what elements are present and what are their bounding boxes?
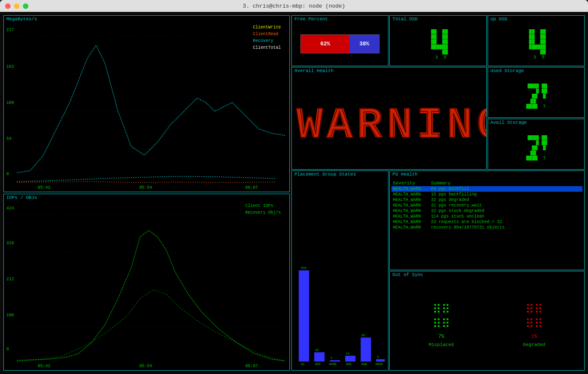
main-area: MegaBytes/s ClientWrite ClientRead Recov…	[0, 12, 588, 374]
health-warn-display: WARNING WARNING	[292, 75, 486, 169]
svg-rect-18	[330, 360, 340, 361]
misplaced-icon: ⠿⠿⠿⠿	[433, 302, 450, 331]
degraded-label: Degraded	[523, 342, 546, 347]
misplaced-item: ⠿⠿⠿⠿ 7% Misplaced	[429, 302, 454, 347]
warn-svg: WARNING WARNING	[292, 75, 486, 169]
pg-states-panel: Placement Group States 910 AC 28 ARD 1 A…	[291, 170, 388, 371]
avail-storage-display: ████ ██ █ ██ ██ █ ██ ████ T	[488, 127, 584, 169]
pg-row-sev-1: HEALTH_WARN	[393, 192, 431, 197]
pg-row-2[interactable]: HEALTH_WARN 32 pgs degraded	[391, 197, 582, 203]
iops-chart	[4, 202, 289, 371]
pg-row-7[interactable]: HEALTH_WARN recovery 864/10776731 object…	[391, 225, 582, 230]
pg-row-sum-6: 23 requests are blocked > 32	[431, 220, 581, 224]
maximize-button[interactable]	[23, 3, 28, 9]
degraded-pct: 1%	[531, 334, 537, 340]
svg-text:AC: AC	[301, 363, 305, 366]
up-osd-display: ██ ██ ██ ██ ██ ██ ██████ ██ 3 5	[488, 23, 584, 66]
close-button[interactable]	[5, 3, 11, 9]
pg-health-panel: PG Health Severity Summary HEALTH_WARN 6…	[389, 170, 585, 270]
total-osd-value: ██ ██ ██ ██ ██ ██ ██████ ██ 3 5	[428, 29, 448, 60]
svg-text:ARB: ARB	[346, 363, 352, 366]
pg-row-0[interactable]: HEALTH_WARN 68 pgs backfill	[391, 186, 582, 192]
pg-row-sum-5: 114 pgs stuck unclean	[431, 214, 581, 219]
overall-health-label: Overall Health	[294, 68, 333, 73]
pg-row-sum-2: 32 pgs degraded	[431, 198, 581, 202]
megabytes-chart	[4, 23, 289, 192]
window-controls	[5, 3, 28, 9]
pg-row-4[interactable]: HEALTH_WARN 32 pgs stuck degraded	[391, 208, 582, 214]
svg-text:28: 28	[315, 349, 319, 352]
pg-header-severity: Severity	[393, 181, 431, 186]
svg-text:ARD: ARD	[315, 363, 321, 366]
up-osd-label: Up OSD	[491, 17, 508, 22]
svg-rect-15	[314, 352, 325, 362]
pg-row-sum-1: 15 pgs backfilling	[431, 192, 581, 197]
pg-row-sev-0: HEALTH_WARN	[393, 187, 431, 191]
megabytes-label: MegaBytes/s	[6, 17, 37, 22]
pg-health-header: Severity Summary	[391, 180, 582, 186]
pg-health-label: PG Health	[392, 172, 417, 177]
used-storage-display: ████ ██ █ ██ ██ █ ██ ████ T	[488, 75, 584, 117]
svg-text:WARNING: WARNING	[296, 100, 486, 151]
svg-rect-27	[376, 359, 385, 362]
pg-states-chart: 910 AC 28 ARD 1 ADRB 14 ARB	[292, 179, 388, 370]
svg-text:ARW: ARW	[361, 363, 367, 366]
right-area: Free Percent 62% 38% Total OSD ██ ██ ██ …	[291, 15, 585, 371]
degraded-icon: ⠿⠿⠿⠿	[525, 302, 543, 331]
avail-storage-panel: Avail Storage ████ ██ █ ██ ██ █ ██ ████ …	[488, 119, 585, 170]
svg-text:ARDR: ARDR	[375, 363, 383, 366]
fp-used: 62%	[301, 35, 349, 53]
total-osd-panel: Total OSD ██ ██ ██ ██ ██ ██ ██████ ██ 3 …	[389, 15, 486, 66]
pg-row-sev-2: HEALTH_WARN	[393, 198, 431, 202]
misplaced-label: Misplaced	[429, 342, 454, 347]
pg-row-6[interactable]: HEALTH_WARN 23 requests are blocked > 32	[391, 219, 582, 225]
up-osd-value: ██ ██ ██ ██ ██ ██ ██████ ██ 3 5	[526, 29, 546, 60]
svg-text:68: 68	[361, 334, 365, 337]
out-of-sync-label: Out of Sync	[392, 272, 423, 277]
window-title: 3. chris@chris-mbp: node (node)	[243, 3, 345, 9]
pg-states-area: 910 AC 28 ARD 1 ADRB 14 ARB	[292, 179, 388, 370]
overall-health-panel: Overall Health WARNING WARNING	[291, 67, 487, 170]
pg-row-sev-5: HEALTH_WARN	[393, 214, 431, 219]
free-percent-bar-container: 62% 38%	[296, 26, 384, 61]
svg-text:910: 910	[301, 266, 306, 270]
total-osd-display: ██ ██ ██ ██ ██ ██ ██████ ██ 3 5	[390, 23, 486, 66]
pg-row-sev-3: HEALTH_WARN	[393, 203, 431, 208]
iops-panel: IOPs / OBJs Client IOPs Recovery Obj/s 4…	[3, 194, 290, 371]
pg-row-1[interactable]: HEALTH_WARN 15 pgs backfilling	[391, 192, 582, 197]
pg-row-sum-3: 31 pgs recovery_wait	[431, 203, 581, 208]
pg-header-summary: Summary	[431, 181, 581, 186]
minimize-button[interactable]	[14, 3, 19, 9]
iops-label: IOPs / OBJs	[6, 195, 37, 200]
total-osd-label: Total OSD	[392, 17, 417, 22]
fp-free: 38%	[349, 35, 379, 53]
out-of-sync-area: ⠿⠿⠿⠿ 7% Misplaced ⠿⠿⠿⠿ 1% Degraded	[390, 279, 584, 370]
degraded-item: ⠿⠿⠿⠿ 1% Degraded	[523, 302, 546, 347]
svg-text:1: 1	[330, 356, 333, 360]
used-storage-value: ████ ██ █ ██ ██ █ ██ ████ T	[525, 84, 547, 109]
pg-row-sum-7: recovery 864/10776731 objects	[431, 225, 581, 230]
svg-text:ADRB: ADRB	[329, 363, 337, 366]
free-percent-panel: Free Percent 62% 38%	[291, 15, 388, 66]
pg-row-sev-6: HEALTH_WARN	[393, 220, 431, 224]
pg-row-3[interactable]: HEALTH_WARN 31 pgs recovery_wait	[391, 203, 582, 208]
pg-health-area: Severity Summary HEALTH_WARN 68 pgs back…	[390, 179, 584, 270]
used-storage-label: Used Storage	[491, 68, 524, 73]
free-percent-label: Free Percent	[294, 17, 328, 22]
svg-rect-24	[361, 338, 371, 362]
pg-row-5[interactable]: HEALTH_WARN 114 pgs stuck unclean	[391, 214, 582, 219]
pg-row-sum-4: 32 pgs stuck degraded	[431, 209, 581, 213]
svg-text:3: 3	[377, 355, 379, 359]
out-of-sync-panel: Out of Sync ⠿⠿⠿⠿ 7% Misplaced ⠿⠿⠿⠿ 1% De…	[389, 271, 585, 371]
free-percent-bar: 62% 38%	[300, 34, 380, 53]
pg-states-label: Placement Group States	[294, 172, 356, 177]
avail-storage-value: ████ ██ █ ██ ██ █ ██ ████ T	[525, 135, 547, 161]
title-bar: 3. chris@chris-mbp: node (node)	[0, 0, 588, 12]
svg-text:14: 14	[346, 352, 349, 355]
pg-row-sev-4: HEALTH_WARN	[393, 209, 431, 213]
pg-row-sev-7: HEALTH_WARN	[393, 225, 431, 230]
pg-row-sum-0: 68 pgs backfill	[431, 187, 581, 191]
up-osd-panel: Up OSD ██ ██ ██ ██ ██ ██ ██████ ██ 3 5	[488, 15, 585, 66]
svg-rect-12	[299, 271, 309, 362]
megabytes-panel: MegaBytes/s ClientWrite ClientRead Recov…	[3, 15, 290, 192]
